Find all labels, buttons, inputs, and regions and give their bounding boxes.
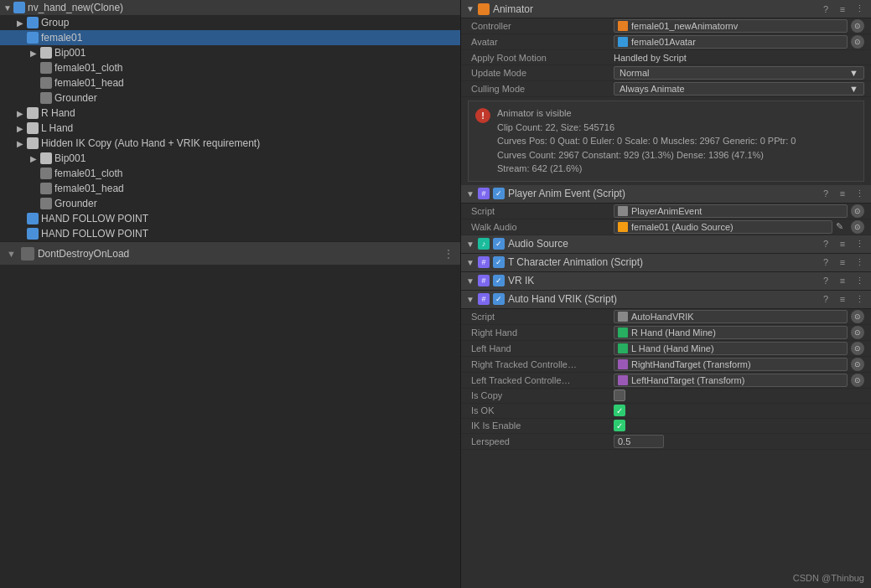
right-tracked-pick[interactable]: ⊙ (851, 358, 864, 371)
t-char-title: T Character Animation (Script) (508, 256, 819, 268)
tree-item-bip001_1[interactable]: ▶Bip001 (0, 45, 460, 60)
left-hand-ref[interactable]: L Hand (Hand Mine) (614, 342, 848, 355)
tree-label-l_hand: L Hand (41, 122, 73, 134)
tree-item-female01_head_2[interactable]: female01_head (0, 181, 460, 196)
left-tracked-label: Left Tracked Controlle… (471, 375, 614, 385)
tree-label-bip001_1: Bip001 (54, 47, 86, 59)
left-hand-pick[interactable]: ⊙ (851, 342, 864, 355)
animator-menu[interactable]: ⋮ (853, 3, 866, 16)
left-tracked-icon (618, 375, 628, 385)
player-anim-help[interactable]: ? (819, 187, 832, 200)
t-char-arrow: ▼ (466, 258, 474, 267)
left-tracked-pick[interactable]: ⊙ (851, 374, 864, 387)
tree-cube-hand_follow_2 (27, 228, 39, 240)
autohand-menu[interactable]: ⋮ (853, 292, 866, 306)
apply-root-motion-row: Apply Root Motion Handled by Script (461, 50, 871, 65)
autohand-help[interactable]: ? (819, 292, 832, 306)
t-char-checkbox[interactable]: ✓ (493, 256, 505, 268)
is-copy-checkbox[interactable] (614, 389, 625, 401)
walk-audio-row: Walk Audio female01 (Audio Source) ✎ ⊙ (461, 219, 871, 235)
autohand-settings[interactable]: ≡ (836, 292, 849, 306)
is-ok-check[interactable]: ✓ (614, 405, 625, 416)
hierarchy-panel[interactable]: ▼nv_hand_new(Clone)▶Groupfemale01▶Bip001… (0, 0, 461, 588)
player-anim-title: Player Anim Event (Script) (508, 188, 819, 199)
left-tracked-ref[interactable]: LeftHandTarget (Transform) (614, 374, 848, 387)
right-hand-ref[interactable]: R Hand (Hand Mine) (614, 326, 848, 339)
update-mode-dropdown[interactable]: Normal ▼ (614, 66, 864, 80)
update-mode-arrow: ▼ (849, 68, 858, 78)
tree-item-female01_head_1[interactable]: female01_head (0, 75, 460, 90)
ik-is-enable-check[interactable]: ✓ (614, 420, 625, 431)
audio-source-menu[interactable]: ⋮ (853, 237, 866, 250)
tree-item-hand_follow_2[interactable]: HAND FOLLOW POINT (0, 226, 460, 241)
tree-item-r_hand[interactable]: ▶R Hand (0, 106, 460, 121)
audio-source-help[interactable]: ? (819, 237, 832, 250)
avatar-ref[interactable]: female01Avatar (614, 35, 848, 49)
player-anim-menu[interactable]: ⋮ (853, 187, 866, 200)
ik-is-enable-row: IK Is Enable ✓ (461, 419, 871, 434)
tree-item-grounder_1[interactable]: Grounder (0, 90, 460, 106)
culling-mode-dropdown[interactable]: Always Animate ▼ (614, 82, 864, 95)
vrik-checkbox[interactable]: ✓ (493, 275, 505, 286)
tree-cube-grounder_1 (40, 92, 52, 104)
vrik-help[interactable]: ? (819, 274, 832, 287)
avatar-icon (618, 37, 628, 47)
tree-item-group[interactable]: ▶Group (0, 15, 460, 30)
audio-source-section-header[interactable]: ▼ ♪ ✓ Audio Source ? ≡ ⋮ (461, 235, 871, 254)
right-tracked-ref[interactable]: RightHandTarget (Transform) (614, 358, 848, 371)
autohand-checkbox[interactable]: ✓ (493, 293, 505, 305)
vrik-settings[interactable]: ≡ (836, 274, 849, 287)
walk-audio-pick[interactable]: ⊙ (851, 220, 864, 234)
apply-root-motion-label: Apply Root Motion (471, 53, 614, 63)
lerspeed-input[interactable]: 0.5 (614, 435, 664, 448)
controller-pick[interactable]: ⊙ (851, 19, 864, 33)
t-char-section-header[interactable]: ▼ # ✓ T Character Animation (Script) ? ≡… (461, 254, 871, 272)
tree-item-l_hand[interactable]: ▶L Hand (0, 121, 460, 136)
avatar-pick[interactable]: ⊙ (851, 35, 864, 49)
right-tracked-icon (618, 359, 628, 369)
controller-ref[interactable]: female01_newAnimatornv (614, 19, 848, 33)
tree-item-female01_cloth_2[interactable]: female01_cloth (0, 166, 460, 181)
tree-item-hand_follow_1[interactable]: HAND FOLLOW POINT (0, 211, 460, 226)
script-value: PlayerAnimEvent (631, 206, 702, 216)
right-tracked-label: Right Tracked Controlle… (471, 359, 614, 369)
tree-item-female01_cloth_1[interactable]: female01_cloth (0, 60, 460, 75)
tree-item-nv_hand_new[interactable]: ▼nv_hand_new(Clone) (0, 0, 460, 15)
t-char-help[interactable]: ? (819, 255, 832, 269)
tree-cube-hand_follow_1 (27, 213, 39, 224)
t-char-menu[interactable]: ⋮ (853, 255, 866, 269)
script-pick[interactable]: ⊙ (851, 204, 864, 218)
animator-help[interactable]: ? (819, 3, 832, 16)
vrik-menu[interactable]: ⋮ (853, 274, 866, 287)
tree-item-hidden_ik[interactable]: ▶Hidden IK Copy (Auto Hand + VRIK requir… (0, 136, 460, 151)
autohand-script-ref[interactable]: AutoHandVRIK (614, 310, 848, 323)
t-char-settings[interactable]: ≡ (836, 255, 849, 269)
controller-row: Controller female01_newAnimatornv ⊙ (461, 18, 871, 34)
audio-source-settings[interactable]: ≡ (836, 237, 849, 250)
panel-menu-btn[interactable]: ⋮ (443, 248, 454, 260)
walk-audio-ref[interactable]: female01 (Audio Source) (614, 220, 832, 234)
player-anim-checkbox[interactable]: ✓ (493, 188, 505, 199)
culling-mode-value: Always Animate (620, 84, 685, 94)
tree-label-hidden_ik: Hidden IK Copy (Auto Hand + VRIK require… (41, 137, 260, 149)
audio-source-checkbox[interactable]: ✓ (493, 238, 505, 250)
vrik-section-header[interactable]: ▼ # ✓ VR IK ? ≡ ⋮ (461, 272, 871, 291)
player-anim-settings[interactable]: ≡ (836, 187, 849, 200)
tree-item-bip001_2[interactable]: ▶Bip001 (0, 151, 460, 166)
animator-info-text: Animator is visible Clip Count: 22, Size… (497, 106, 796, 176)
right-hand-pick[interactable]: ⊙ (851, 326, 864, 339)
avatar-row: Avatar female01Avatar ⊙ (461, 34, 871, 50)
animator-settings[interactable]: ≡ (836, 3, 849, 16)
autohand-section-header[interactable]: ▼ # ✓ Auto Hand VRIK (Script) ? ≡ ⋮ (461, 291, 871, 309)
animator-section-header[interactable]: ▼ Animator ? ≡ ⋮ (461, 0, 871, 18)
player-anim-section-header[interactable]: ▼ # ✓ Player Anim Event (Script) ? ≡ ⋮ (461, 185, 871, 204)
walk-audio-edit[interactable]: ✎ (836, 221, 848, 233)
autohand-script-pick[interactable]: ⊙ (851, 310, 864, 323)
tree-item-female01[interactable]: female01 (0, 30, 460, 45)
tree-item-grounder_2[interactable]: Grounder (0, 196, 460, 211)
script-ref[interactable]: PlayerAnimEvent (614, 204, 848, 218)
audio-source-arrow: ▼ (466, 240, 474, 249)
right-hand-value: R Hand (Hand Mine) (631, 328, 716, 338)
lerspeed-label: Lerspeed (471, 436, 614, 446)
tree-cube-female01_head_2 (40, 183, 52, 194)
